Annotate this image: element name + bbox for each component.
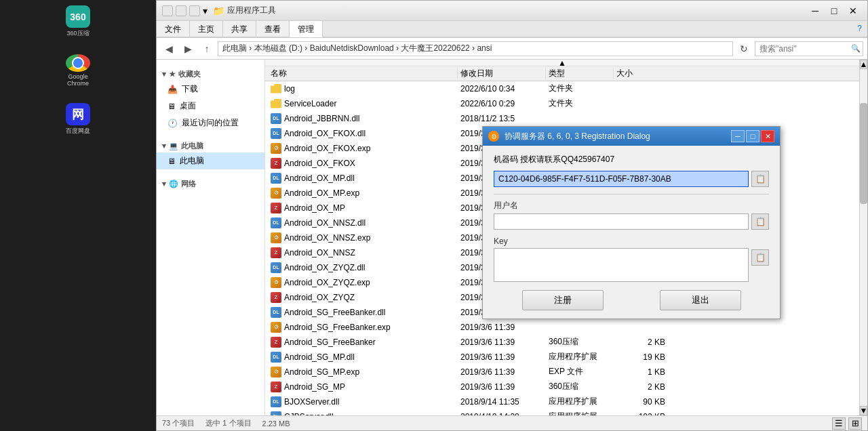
detail-view-btn[interactable]: ⊞ xyxy=(848,417,862,430)
taskbar-icon-chrome[interactable]: GoogleChrome xyxy=(62,54,94,87)
scroll-down-arrow[interactable]: ▼ xyxy=(860,406,867,415)
tab-home[interactable]: 主页 xyxy=(190,21,223,37)
maximize-button[interactable]: □ xyxy=(825,4,843,18)
file-list-header: 名称 修改日期 类型 大小 xyxy=(265,66,859,81)
separator xyxy=(494,194,769,194)
dialog-title-bar: ⚙ 协调服务器 6, 6, 0, 3 Registration Dialog ─… xyxy=(483,127,780,146)
table-row[interactable]: DL Android_JBBRNN.dll 2018/11/2 13:5 xyxy=(265,111,859,126)
machine-code-label: 机器码 授权请联系QQ425967407 xyxy=(494,154,614,165)
register-button[interactable]: 注册 xyxy=(522,290,604,310)
download-icon: 📥 xyxy=(167,85,178,94)
table-row[interactable]: Z Android_SG_FreeBanker 2019/3/6 11:39 3… xyxy=(265,335,859,350)
sidebar-section-network: ▾ 🌐 网络 xyxy=(157,175,264,190)
tab-file[interactable]: 文件 xyxy=(157,21,190,37)
ribbon-tabs: 文件 主页 共享 查看 管理 ? xyxy=(157,21,867,37)
quick-menu-btn[interactable]: ▾ xyxy=(203,5,208,16)
table-row[interactable]: ServiceLoader 2022/6/10 0:29 文件夹 xyxy=(265,96,859,111)
table-row[interactable]: DL CJBServer.dll 2019/4/18 14:28 应用程序扩展 … xyxy=(265,409,859,415)
pc-icon: 🖥 xyxy=(167,157,176,166)
favorites-icon: ★ xyxy=(169,70,176,79)
search-wrapper xyxy=(755,41,863,56)
network-icon: 🌐 xyxy=(169,180,178,188)
window-controls: ─ □ ✕ xyxy=(806,4,862,18)
table-row[interactable]: DL Android_SG_MP.dll 2019/3/6 11:39 应用程序… xyxy=(265,350,859,365)
table-row[interactable]: Z Android_SG_MP 2019/3/6 11:39 360压缩 2 K… xyxy=(265,379,859,394)
key-label: Key xyxy=(494,237,769,246)
ribbon: 文件 主页 共享 查看 管理 ? xyxy=(157,21,867,38)
col-header-date[interactable]: 修改日期 xyxy=(458,68,546,79)
sidebar-item-download[interactable]: 📥 下载 xyxy=(157,81,264,98)
list-view-btn[interactable]: ☰ xyxy=(832,417,846,430)
sidebar-item-thispc[interactable]: 🖥 此电脑 xyxy=(157,152,264,169)
up-button[interactable]: ↑ xyxy=(199,41,215,57)
table-row[interactable]: ⚙ Android_SG_MP.exp 2019/3/6 11:39 EXP 文… xyxy=(265,365,859,379)
quick-paste-btn[interactable] xyxy=(189,5,200,16)
username-input[interactable] xyxy=(494,213,749,230)
desktop-icon: 🖥 xyxy=(167,102,176,111)
scroll-up-btn[interactable]: ▲ xyxy=(265,60,859,66)
explorer-window: ▾ 📁 应用程序工具 ─ □ ✕ 文件 主页 共享 查看 管理 ? ◀ xyxy=(156,0,868,431)
address-path[interactable]: 此电脑 › 本地磁盘 (D:) › BaiduNetdiskDownload ›… xyxy=(218,41,733,56)
thispc-icon: 💻 xyxy=(169,142,178,150)
machine-code-input[interactable] xyxy=(494,171,749,187)
sidebar-section-favorites: ▾ ★ 收藏夹 xyxy=(157,65,264,81)
sidebar: ▾ ★ 收藏夹 📥 下载 🖥 桌面 🕐 最近访问的位置 xyxy=(157,60,265,415)
username-label: 用户名 xyxy=(494,200,769,211)
col-header-name[interactable]: 名称 xyxy=(268,68,458,79)
quick-access-toolbar: ▾ xyxy=(162,5,208,16)
search-input[interactable] xyxy=(755,41,863,56)
username-copy-btn[interactable]: 📋 xyxy=(751,213,769,230)
view-toggle: ☰ ⊞ xyxy=(832,417,862,430)
dialog-title-buttons: ─ □ ✕ xyxy=(731,130,774,142)
machine-code-input-row: 📋 xyxy=(494,171,769,187)
sidebar-item-desktop[interactable]: 🖥 桌面 xyxy=(157,98,264,115)
close-button[interactable]: ✕ xyxy=(844,4,862,18)
table-row[interactable]: DL BJOXServer.dll 2018/9/14 11:35 应用程序扩展… xyxy=(265,394,859,409)
back-button[interactable]: ◀ xyxy=(161,41,177,57)
dialog-icon: ⚙ xyxy=(488,131,499,142)
key-input-row: Key 📋 xyxy=(494,237,769,282)
dialog-title-text: 协调服务器 6, 6, 0, 3 Registration Dialog xyxy=(505,131,726,142)
col-header-size[interactable]: 大小 xyxy=(614,68,668,79)
ribbon-help[interactable]: ? xyxy=(852,21,867,37)
taskbar-icon-baidu[interactable]: 网 百度网盘 xyxy=(62,103,94,136)
tab-view[interactable]: 查看 xyxy=(256,21,290,37)
dialog-body: 机器码 授权请联系QQ425967407 📋 用户名 📋 xyxy=(483,146,780,319)
scroll-up-arrow[interactable]: ▲ xyxy=(860,60,867,69)
sidebar-item-recent[interactable]: 🕐 最近访问的位置 xyxy=(157,115,264,131)
machine-code-copy-btn[interactable]: 📋 xyxy=(751,171,769,187)
exit-button[interactable]: 退出 xyxy=(660,290,741,310)
tab-share[interactable]: 共享 xyxy=(223,21,256,37)
key-copy-btn[interactable]: 📋 xyxy=(751,249,769,266)
table-row[interactable]: log 2022/6/10 0:34 文件夹 xyxy=(265,81,859,96)
dialog-close-btn[interactable]: ✕ xyxy=(761,130,774,142)
machine-code-row: 机器码 授权请联系QQ425967407 xyxy=(494,154,769,165)
scrollbar: ▲ ▼ xyxy=(859,60,867,415)
forward-button[interactable]: ▶ xyxy=(180,41,196,57)
address-bar: ◀ ▶ ↑ 此电脑 › 本地磁盘 (D:) › BaiduNetdiskDown… xyxy=(157,38,867,60)
quick-copy-btn[interactable] xyxy=(176,5,186,16)
dialog-maximize-btn[interactable]: □ xyxy=(746,130,760,142)
key-textarea[interactable] xyxy=(494,248,749,282)
sidebar-section-thispc: ▾ 💻 此电脑 xyxy=(157,137,264,152)
username-input-wrapper: 📋 xyxy=(494,213,769,230)
col-header-type[interactable]: 类型 xyxy=(546,68,614,79)
item-count: 73 个项目 xyxy=(162,418,195,428)
dialog-buttons: 注册 退出 xyxy=(494,290,769,310)
taskbar-icon-360[interactable]: 360 360压缩 xyxy=(62,5,94,38)
table-row[interactable]: ⚙ Android_SG_FreeBanker.exp 2019/3/6 11:… xyxy=(265,320,859,335)
refresh-button[interactable]: ↻ xyxy=(736,41,752,57)
scroll-thumb[interactable] xyxy=(860,103,867,204)
quick-save-btn[interactable] xyxy=(162,5,173,16)
status-bar: 73 个项目 选中 1 个项目 2.23 MB ☰ ⊞ xyxy=(157,415,867,430)
minimize-button[interactable]: ─ xyxy=(806,4,824,18)
tab-manage[interactable]: 管理 xyxy=(290,21,323,37)
selected-count: 选中 1 个项目 xyxy=(205,418,251,428)
registration-dialog: ⚙ 协调服务器 6, 6, 0, 3 Registration Dialog ─… xyxy=(482,126,781,319)
window-title: 应用程序工具 xyxy=(227,5,806,16)
window-icon: 📁 xyxy=(213,5,224,16)
title-bar: ▾ 📁 应用程序工具 ─ □ ✕ xyxy=(157,1,867,21)
dialog-minimize-btn[interactable]: ─ xyxy=(731,130,745,142)
username-input-row: 用户名 📋 xyxy=(494,200,769,230)
selected-size: 2.23 MB xyxy=(262,419,290,428)
